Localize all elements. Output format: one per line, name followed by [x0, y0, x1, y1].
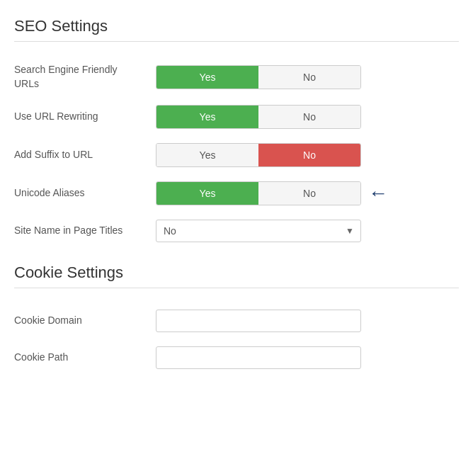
- toggle-yes-unicode-aliases[interactable]: Yes: [156, 182, 258, 205]
- control-cookie-domain: [156, 302, 459, 339]
- control-add-suffix-to-url: Yes No: [156, 136, 459, 174]
- control-cookie-path: [156, 339, 459, 376]
- row-search-engine-friendly-urls: Search Engine Friendly URLs Yes No: [14, 56, 459, 98]
- label-unicode-aliases: Unicode Aliases: [14, 174, 156, 212]
- cookie-settings-title: Cookie Settings: [14, 264, 459, 282]
- toggle-unicode-aliases: Yes No: [156, 181, 361, 205]
- row-cookie-path: Cookie Path: [14, 339, 459, 376]
- control-site-name-in-page-titles: No Yes Before After ▼: [156, 212, 459, 249]
- seo-settings-title: SEO Settings: [14, 17, 459, 35]
- row-site-name-in-page-titles: Site Name in Page Titles No Yes Before A…: [14, 212, 459, 249]
- row-add-suffix-to-url: Add Suffix to URL Yes No: [14, 136, 459, 174]
- toggle-no-search-engine-friendly-urls[interactable]: No: [258, 66, 360, 89]
- label-site-name-in-page-titles: Site Name in Page Titles: [14, 212, 156, 249]
- arrow-indicator-unicode-aliases: ←: [368, 183, 388, 203]
- control-use-url-rewriting: Yes No: [156, 98, 459, 136]
- toggle-no-add-suffix-to-url[interactable]: No: [258, 144, 360, 166]
- cookie-settings-section: Cookie Settings Cookie Domain Cookie Pat…: [14, 264, 459, 376]
- toggle-yes-search-engine-friendly-urls[interactable]: Yes: [156, 66, 258, 89]
- select-wrapper-site-name: No Yes Before After ▼: [156, 220, 361, 242]
- label-add-suffix-to-url: Add Suffix to URL: [14, 136, 156, 174]
- toggle-yes-add-suffix-to-url[interactable]: Yes: [156, 144, 258, 166]
- seo-divider: [14, 41, 459, 42]
- cookie-divider: [14, 288, 459, 288]
- row-cookie-domain: Cookie Domain: [14, 302, 459, 339]
- control-unicode-aliases: Yes No ←: [156, 174, 459, 212]
- label-use-url-rewriting: Use URL Rewriting: [14, 98, 156, 136]
- select-site-name-in-page-titles[interactable]: No Yes Before After: [156, 220, 361, 242]
- label-cookie-domain: Cookie Domain: [14, 302, 156, 339]
- input-cookie-domain[interactable]: [156, 310, 361, 332]
- label-cookie-path: Cookie Path: [14, 339, 156, 376]
- row-use-url-rewriting: Use URL Rewriting Yes No: [14, 98, 459, 136]
- control-search-engine-friendly-urls: Yes No: [156, 56, 459, 98]
- toggle-use-url-rewriting: Yes No: [156, 105, 361, 129]
- unicode-aliases-control-row: Yes No ←: [156, 181, 459, 205]
- input-cookie-path[interactable]: [156, 346, 361, 369]
- label-search-engine-friendly-urls: Search Engine Friendly URLs: [14, 56, 156, 98]
- toggle-search-engine-friendly-urls: Yes No: [156, 65, 361, 89]
- row-unicode-aliases: Unicode Aliases Yes No ←: [14, 174, 459, 212]
- cookie-settings-table: Cookie Domain Cookie Path: [14, 302, 459, 376]
- toggle-add-suffix-to-url: Yes No: [156, 143, 361, 167]
- toggle-no-use-url-rewriting[interactable]: No: [258, 106, 360, 128]
- toggle-yes-use-url-rewriting[interactable]: Yes: [156, 106, 258, 128]
- toggle-no-unicode-aliases[interactable]: No: [258, 182, 360, 205]
- seo-settings-table: Search Engine Friendly URLs Yes No Use U…: [14, 56, 459, 249]
